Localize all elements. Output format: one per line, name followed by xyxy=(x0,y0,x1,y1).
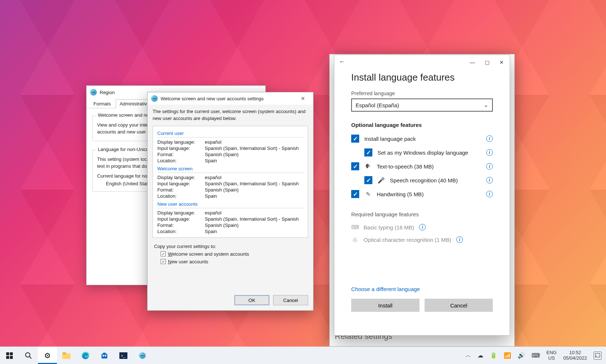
tray-clock[interactable]: 10:52 05/04/2022 xyxy=(563,350,587,361)
choose-different-language-link[interactable]: Choose a different language xyxy=(351,286,493,292)
tray-wifi-icon[interactable]: 📶 xyxy=(504,352,511,359)
welcome-titlebar[interactable]: Welcome screen and new user accounts set… xyxy=(147,92,313,105)
back-button[interactable]: ← xyxy=(339,58,345,66)
info-icon[interactable]: i xyxy=(486,135,493,142)
checkbox-tts[interactable] xyxy=(351,162,359,170)
microphone-icon: 🎤 xyxy=(377,177,385,184)
checkbox-speech[interactable] xyxy=(364,176,372,184)
svg-rect-2 xyxy=(6,356,9,359)
option-speech-recognition[interactable]: 🎤 Speech recognition (40 MB) i xyxy=(364,173,493,187)
settings-panel: Current user Display language:español In… xyxy=(153,126,308,238)
welcome-description: The settings for the current user, welco… xyxy=(147,105,313,124)
checkbox-display-language[interactable] xyxy=(364,148,372,156)
maximize-button[interactable]: ▢ xyxy=(483,59,491,66)
region-title: Region xyxy=(100,90,115,95)
k-display: Display language: xyxy=(157,139,205,145)
checkbox-new-user[interactable] xyxy=(161,259,166,264)
option-text-to-speech[interactable]: 🗣 Text-to-speech (38 MB) i xyxy=(351,159,493,173)
install-language-modal: ← — ▢ ✕ Install language features Prefer… xyxy=(334,55,510,336)
minimize-button[interactable]: — xyxy=(469,59,476,66)
globe-icon xyxy=(90,89,97,96)
taskbar-store[interactable] xyxy=(95,347,114,364)
taskbar-terminal[interactable]: >_ xyxy=(114,347,133,364)
cancel-button[interactable]: Cancel xyxy=(425,299,493,312)
taskbar-file-explorer[interactable] xyxy=(57,347,76,364)
info-icon[interactable]: i xyxy=(486,149,493,156)
svg-rect-0 xyxy=(6,352,9,355)
svg-rect-12 xyxy=(105,355,106,356)
close-button[interactable]: ✕ xyxy=(498,59,505,66)
info-icon[interactable]: i xyxy=(456,236,463,243)
svg-line-5 xyxy=(30,357,31,359)
checkbox-handwriting[interactable] xyxy=(351,190,359,198)
option-set-display-language[interactable]: Set as my Windows display language i xyxy=(364,146,493,159)
preferred-language-label: Preferred language xyxy=(351,90,493,96)
handwriting-icon: ✎ xyxy=(364,190,372,198)
svg-rect-7 xyxy=(62,352,66,355)
cancel-button[interactable]: Cancel xyxy=(273,295,308,305)
k-location: Location: xyxy=(157,158,205,163)
copy-label: Copy your current settings to: xyxy=(154,244,307,249)
tray-language[interactable]: ENG US xyxy=(546,350,557,361)
globe-icon xyxy=(139,352,146,359)
svg-rect-1 xyxy=(10,352,13,355)
svg-rect-10 xyxy=(103,353,106,354)
option-install-language-pack[interactable]: Install language pack i xyxy=(351,132,493,146)
info-icon[interactable]: i xyxy=(486,163,493,170)
tray-keyboard-icon[interactable]: ⌨ xyxy=(532,352,540,359)
tab-formats[interactable]: Formats xyxy=(89,99,115,108)
k-input: Input language: xyxy=(157,146,205,151)
speaker-icon: 🗣 xyxy=(364,163,372,170)
tray-battery-icon[interactable]: 🔋 xyxy=(490,352,497,359)
chevron-down-icon: ⌄ xyxy=(484,102,488,108)
checkbox-welcome-system[interactable] xyxy=(161,251,166,256)
search-button[interactable] xyxy=(19,347,38,364)
tray-chevron-icon[interactable]: ︿ xyxy=(465,352,471,359)
taskbar: ⚙ >_ ︿ ☁ 🔋 📶 🔊 ⌨ ENG US 10:52 05/04/ xyxy=(0,346,606,364)
optional-features-heading: Optional language features xyxy=(351,122,493,128)
section-welcome-screen: Welcome screen xyxy=(157,166,303,173)
tray-onedrive-icon[interactable]: ☁ xyxy=(477,352,483,359)
start-button[interactable] xyxy=(0,347,19,364)
welcome-dialog: Welcome screen and new user accounts set… xyxy=(147,92,314,311)
option-handwriting[interactable]: ✎ Handwriting (5 MB) i xyxy=(351,187,493,201)
ocr-icon: ◎ xyxy=(351,236,358,243)
svg-rect-11 xyxy=(103,355,104,356)
taskbar-edge[interactable] xyxy=(76,347,95,364)
svg-text:>_: >_ xyxy=(121,353,126,358)
globe-icon xyxy=(151,95,158,102)
close-button[interactable]: ✕ xyxy=(296,93,310,104)
install-button[interactable]: Install xyxy=(351,299,419,312)
v-location: Spain xyxy=(205,158,217,163)
preferred-language-dropdown[interactable]: Español (España) ⌄ xyxy=(351,98,493,112)
info-icon[interactable]: i xyxy=(419,224,426,231)
required-ocr: ◎ Optical character recognition (1 MB) i xyxy=(351,233,493,246)
v-format: Spanish (Spain) xyxy=(205,152,239,157)
ok-button[interactable]: OK xyxy=(234,295,269,305)
info-icon[interactable]: i xyxy=(486,177,493,183)
svg-point-4 xyxy=(26,353,30,357)
v-display: español xyxy=(205,139,222,145)
info-icon[interactable]: i xyxy=(486,191,493,197)
tray-notifications[interactable] xyxy=(594,352,602,360)
taskbar-settings[interactable]: ⚙ xyxy=(38,347,57,364)
required-basic-typing: ⌨ Basic typing (16 MB) i xyxy=(351,221,493,233)
v-input: Spanish (Spain, International Sort) - Sp… xyxy=(205,146,299,151)
gear-icon: ⚙ xyxy=(44,351,51,360)
checkbox-newuser-label: New user accounts xyxy=(168,259,208,264)
preferred-language-value: Español (España) xyxy=(356,102,399,108)
modal-heading: Install language features xyxy=(351,72,493,83)
section-current-user: Current user xyxy=(157,131,303,138)
checkbox-language-pack[interactable] xyxy=(351,135,359,143)
k-format: Format: xyxy=(157,152,205,157)
tray-volume-icon[interactable]: 🔊 xyxy=(518,352,525,359)
section-new-user: New user accounts xyxy=(157,201,303,208)
svg-rect-3 xyxy=(10,356,13,359)
keyboard-icon: ⌨ xyxy=(351,224,358,231)
svg-rect-9 xyxy=(101,354,107,359)
taskbar-ie[interactable] xyxy=(133,347,152,364)
required-features-heading: Required language features xyxy=(351,211,493,217)
welcome-title-text: Welcome screen and new user accounts set… xyxy=(161,96,264,101)
checkbox-welcome-label: Welcome screen and system accounts xyxy=(168,251,249,257)
